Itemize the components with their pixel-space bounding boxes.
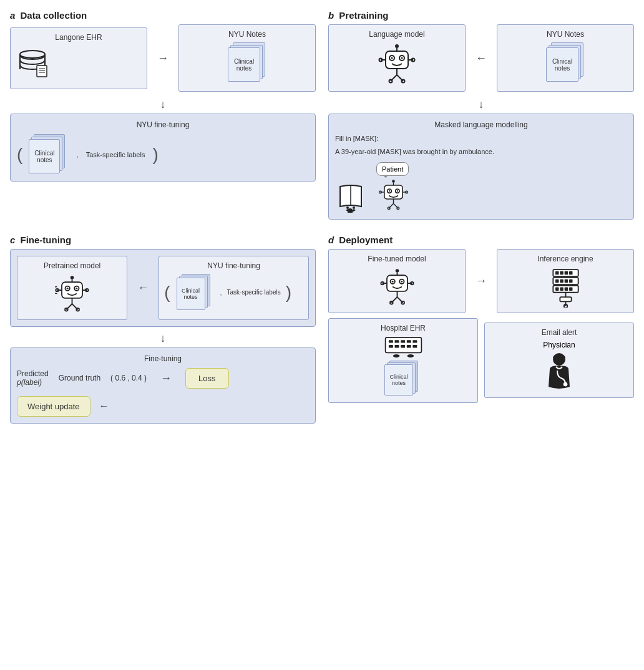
nyu-notes-b-box: NYU Notes Clinical notes: [497, 24, 634, 92]
svg-point-109: [564, 382, 567, 386]
section-d: d Deployment Fine-tuned model: [328, 235, 634, 424]
section-b-letter: b: [328, 10, 334, 21]
svg-rect-90: [569, 287, 573, 291]
right-paren-a: ): [152, 146, 158, 163]
notes-stack-d: Clinical notes: [383, 361, 423, 395]
values-label: ( 0.6 , 0.4 ): [110, 374, 147, 382]
svg-rect-101: [388, 345, 393, 347]
book-icon: [335, 182, 366, 213]
finetune-content-a: ( Clinical notes , Task-specific labels …: [17, 134, 309, 175]
comma-c: ,: [220, 289, 222, 296]
svg-rect-85: [569, 279, 573, 283]
svg-point-34: [397, 190, 398, 192]
speech-bubble: Patient: [376, 162, 409, 176]
nyu-notes-a-title: NYU Notes: [184, 30, 310, 39]
svg-rect-105: [412, 345, 417, 347]
section-c: c Fine-tuning Pretrained model: [10, 235, 316, 424]
svg-point-49: [67, 288, 69, 289]
robot-c-icon: [55, 274, 89, 314]
svg-rect-92: [560, 297, 571, 301]
svg-rect-98: [401, 340, 405, 342]
patient-text: Patient: [382, 165, 403, 173]
clinical-notes-b: Clinical notes: [547, 58, 578, 72]
language-model-box: Language model: [328, 24, 466, 92]
arrow-c-down: ↓: [10, 332, 316, 345]
arrow-c-left: ←: [134, 256, 152, 320]
svg-rect-84: [564, 279, 568, 283]
svg-point-50: [76, 288, 78, 289]
arrow-b-left: ←: [472, 52, 490, 65]
svg-rect-88: [560, 287, 564, 291]
fill-in-text: Fill in [MASK]:: [335, 134, 627, 143]
note-c-front: Clinical notes: [177, 278, 205, 310]
svg-rect-80: [569, 271, 573, 275]
svg-point-60: [395, 269, 399, 273]
nyu-notes-b-title: NYU Notes: [502, 30, 628, 39]
right-paren-c: ): [286, 284, 291, 301]
svg-rect-89: [564, 287, 568, 291]
clinical-notes-a: Clinical notes: [228, 58, 260, 72]
finetuning-process-panel: Fine-tuning Predicted p(label) Ground tr…: [10, 347, 316, 424]
nyu-finetune-a-title: NYU fine-tuning: [17, 120, 309, 129]
masked-lm-title: Masked language modelling: [335, 120, 627, 129]
masked-lm-panel: Masked language modelling Fill in [MASK]…: [328, 114, 634, 220]
langone-title: Langone EHR: [16, 33, 142, 42]
svg-point-42: [388, 207, 390, 210]
svg-rect-103: [401, 345, 405, 347]
physician-label: Physician: [543, 341, 575, 349]
section-a-title: Data collection: [21, 10, 87, 21]
pretrained-model-title: Pretrained model: [44, 261, 100, 270]
server-icon: [549, 267, 583, 308]
svg-point-36: [379, 191, 382, 193]
section-c-top-panel: Pretrained model: [10, 249, 316, 327]
p-label: p(label): [17, 378, 49, 387]
email-alert-title: Email alert: [542, 328, 577, 337]
section-b-title: Pretraining: [339, 10, 388, 21]
svg-point-24: [346, 206, 349, 209]
svg-rect-77: [555, 271, 559, 275]
nyu-notes-a-box: NYU Notes Clinical notes: [178, 24, 316, 92]
section-a-letter: a: [10, 10, 15, 21]
left-paren-a: (: [17, 146, 22, 163]
arrow-from-loss: ←: [95, 401, 113, 412]
section-d-title: Deployment: [339, 235, 393, 245]
svg-point-58: [65, 308, 68, 311]
section-a-label: a Data collection: [10, 10, 316, 21]
hospital-ehr-title: Hospital EHR: [334, 324, 472, 333]
speech-area: Patient: [376, 162, 627, 213]
arrow-a-to-notes: →: [154, 52, 172, 65]
section-c-title: Fine-tuning: [21, 235, 72, 245]
svg-rect-3: [37, 66, 47, 77]
svg-point-54: [85, 289, 89, 292]
svg-point-107: [407, 354, 414, 357]
notes-stack-a: Clinical notes: [225, 42, 269, 86]
notes-stack-b: Clinical notes: [544, 42, 587, 86]
svg-point-65: [391, 281, 393, 283]
svg-point-43: [397, 207, 399, 210]
arrow-b-down: ↓: [328, 98, 634, 111]
svg-point-28: [392, 180, 395, 183]
note-d-front: Clinical notes: [384, 364, 413, 396]
section-b-label: b Pretraining: [328, 10, 634, 21]
hospital-ehr-box: Hospital EHR: [328, 318, 478, 403]
arrow-to-loss: →: [157, 372, 175, 385]
nyu-finetune-c-title: NYU fine-tuning: [164, 261, 303, 270]
note-front-a: Clinical notes: [29, 139, 60, 173]
notes-stack-finetune-a: Clinical notes: [27, 134, 71, 175]
svg-rect-27: [348, 211, 353, 213]
svg-rect-100: [412, 340, 417, 342]
note-b-front: Clinical notes: [546, 47, 578, 82]
langone-ehr-box: Langone EHR: [10, 27, 147, 89]
svg-point-12: [391, 57, 393, 59]
svg-point-13: [401, 57, 403, 59]
arrow-a-down: ↓: [10, 98, 316, 111]
svg-point-66: [401, 281, 402, 283]
svg-rect-96: [388, 340, 393, 342]
svg-rect-78: [560, 271, 564, 275]
nyu-finetune-a-panel: NYU fine-tuning ( Clinical notes , Task-…: [10, 114, 316, 182]
task-specific-c: Task-specific labels: [227, 289, 281, 296]
svg-rect-87: [555, 287, 559, 291]
inference-engine-box: Inference engine: [497, 249, 634, 313]
mask-sentence: A 39-year-old [MASK] was brought in by a…: [335, 147, 627, 157]
email-alert-box: Email alert Physician: [484, 323, 634, 398]
